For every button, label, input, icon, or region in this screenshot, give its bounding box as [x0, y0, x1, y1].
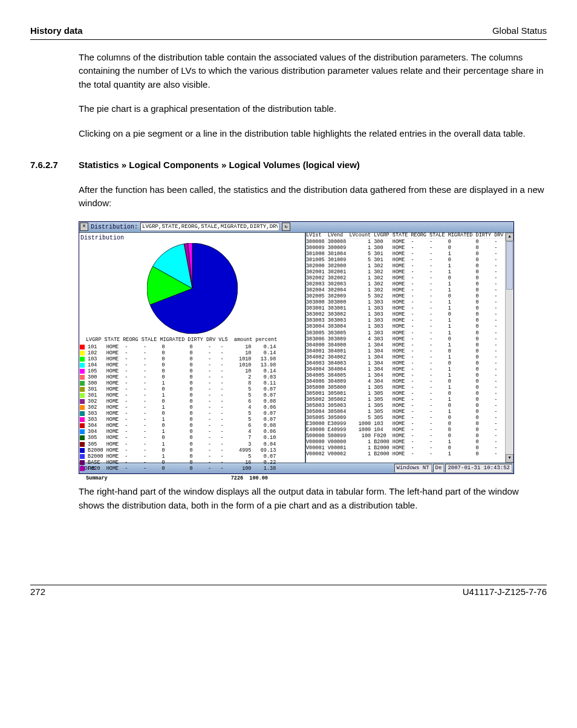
dist-row[interactable]: 303 HOME - - 0 0 - - 5 0.07 [80, 411, 305, 417]
data-table-body: 300008 300008 1 300 HOME - - 0 0 - -3000… [306, 239, 513, 457]
data-row[interactable]: 305002 305002 1 305 HOME - - 1 0 - - [306, 397, 513, 403]
color-swatch [80, 423, 85, 428]
scroll-thumb[interactable] [506, 241, 513, 290]
running-footer: 272 U41117-J-Z125-7-76 [30, 585, 547, 599]
data-row[interactable]: 304005 304005 1 304 HOME - - 1 0 - - [306, 372, 513, 379]
dist-row[interactable]: 304 HOME - - 1 0 - - 4 0.06 [80, 429, 305, 435]
data-row[interactable]: 302003 302003 1 302 HOME - - 1 0 - - [306, 281, 513, 287]
para-1: The columns of the distribution table co… [79, 51, 547, 92]
left-pane: Distribution LVGRP STATE REORG STALE MIG… [79, 233, 306, 463]
data-row[interactable]: 304002 304002 1 304 HOME - - 1 0 - - [306, 354, 513, 360]
data-row[interactable]: S00000 S00099 100 F020 HOME - - 0 0 - - [306, 433, 513, 439]
color-swatch [80, 387, 85, 392]
dist-row[interactable]: 302 HOME - - 0 0 - - 6 0.08 [80, 399, 305, 405]
data-row[interactable]: 301005 301009 5 301 HOME - - 0 0 - - [306, 257, 513, 263]
data-table-header: LV1st LVend LVcount LVGRP STATE REORG ST… [306, 233, 513, 239]
distribution-label: Distribution: [91, 223, 138, 232]
status-time: 2007-01-31 10:43:52 [445, 464, 512, 473]
toolbar: ✕ Distribution: ↻ [79, 222, 513, 233]
dist-row[interactable]: 103 HOME - - 0 0 - - 1010 13.98 [80, 357, 305, 363]
data-row[interactable]: 305005 305009 5 305 HOME - - 0 0 - - [306, 415, 513, 421]
data-row[interactable]: 305003 305003 1 305 HOME - - 0 0 - - [306, 403, 513, 409]
data-row[interactable]: 302000 302000 1 302 HOME - - 1 0 - - [306, 263, 513, 269]
dist-row[interactable]: 104 HOME - - 0 0 - - 1010 13.98 [80, 363, 305, 369]
data-row[interactable]: 303000 303000 1 303 HOME - - 1 0 - - [306, 299, 513, 305]
data-row[interactable]: 300009 300009 1 300 HOME - - 0 0 - - [306, 245, 513, 251]
color-swatch [80, 381, 85, 386]
header-left: History data [30, 24, 83, 38]
data-row[interactable]: 303002 303002 1 303 HOME - - 0 0 - - [306, 311, 513, 317]
scroll-up-icon[interactable]: ▲ [506, 233, 513, 241]
color-swatch [80, 393, 85, 398]
pie-chart[interactable] [79, 243, 305, 334]
dist-table-header: LVGRP STATE REORG STALE MIGRATED DIRTY D… [86, 336, 305, 344]
dist-row[interactable]: 305 HOME - - 0 0 - - 7 0.10 [80, 435, 305, 441]
color-swatch [80, 460, 85, 465]
color-swatch [80, 405, 85, 410]
color-swatch [80, 411, 85, 416]
dist-row[interactable]: 301 HOME - - 1 0 - - 5 0.07 [80, 393, 305, 399]
color-swatch [80, 345, 85, 349]
data-row[interactable]: E30000 E30999 1000 103 HOME - - 0 0 - - [306, 421, 513, 427]
summary-row: Summary 7226 100.00 [80, 475, 305, 483]
pane-title: Distribution [79, 233, 305, 243]
data-row[interactable]: 303004 303004 1 303 HOME - - 1 0 - - [306, 323, 513, 330]
dist-row[interactable]: 300 HOME - - 0 0 - - 2 0.03 [80, 375, 305, 381]
right-pane: LV1st LVend LVcount LVGRP STATE REORG ST… [306, 233, 513, 463]
data-row[interactable]: 305000 305000 1 305 HOME - - 1 0 - - [306, 385, 513, 391]
dist-row[interactable]: 105 HOME - - 0 0 - - 10 0.14 [80, 369, 305, 375]
data-row[interactable]: V00001 V00001 1 B2000 HOME - - 0 0 - - [306, 445, 513, 451]
data-row[interactable]: E40000 E40999 1000 104 HOME - - 0 0 - - [306, 427, 513, 433]
color-swatch [80, 435, 85, 440]
dist-row[interactable]: 300 HOME - - 1 0 - - 8 0.11 [80, 381, 305, 387]
scroll-down-icon[interactable]: ▼ [506, 454, 513, 463]
dist-row[interactable]: 302 HOME - - 1 0 - - 4 0.06 [80, 405, 305, 411]
data-row[interactable]: 303003 303003 1 303 HOME - - 1 0 - - [306, 317, 513, 323]
data-row[interactable]: 305001 305001 1 305 HOME - - 0 0 - - [306, 391, 513, 397]
dist-table-body: 101 HOME - - 0 0 - - 10 0.14 102 HOME - … [80, 345, 305, 472]
data-row[interactable]: 304004 304004 1 304 HOME - - 1 0 - - [306, 366, 513, 372]
color-swatch [80, 448, 85, 453]
status-locale: De [433, 464, 445, 473]
close-icon[interactable]: ✕ [80, 223, 88, 231]
color-swatch [80, 442, 85, 447]
dist-row[interactable]: 303 HOME - - 1 0 - - 5 0.07 [80, 417, 305, 423]
color-swatch [80, 351, 85, 356]
para-4: After the function has been called, the … [79, 183, 547, 210]
color-swatch [80, 399, 85, 404]
data-row[interactable]: 305004 305004 1 305 HOME - - 1 0 - - [306, 409, 513, 415]
dist-row[interactable]: 305 HOME - - 1 0 - - 3 0.04 [80, 442, 305, 448]
data-row[interactable]: 302002 302002 1 302 HOME - - 0 0 - - [306, 275, 513, 281]
doc-id: U41117-J-Z125-7-76 [463, 585, 547, 599]
color-swatch [80, 429, 85, 434]
dist-row[interactable]: 101 HOME - - 0 0 - - 10 0.14 [80, 345, 305, 351]
dist-row[interactable]: 102 HOME - - 0 0 - - 10 0.14 [80, 351, 305, 357]
distribution-input[interactable] [140, 223, 279, 231]
data-row[interactable]: 304001 304001 1 304 HOME - - 0 0 - - [306, 348, 513, 354]
data-row[interactable]: V00000 V00000 1 B2000 HOME - - 1 0 - - [306, 439, 513, 445]
data-row[interactable]: 304003 304003 1 304 HOME - - 0 0 - - [306, 360, 513, 366]
data-row[interactable]: 304006 304009 4 304 HOME - - 0 0 - - [306, 379, 513, 385]
color-swatch [80, 357, 85, 362]
data-row[interactable]: 302001 302001 1 302 HOME - - 1 0 - - [306, 269, 513, 275]
dist-row[interactable]: F020 HOME - - 0 0 - - 100 1.38 [80, 466, 305, 472]
dist-row[interactable]: 304 HOME - - 0 0 - - 6 0.08 [80, 423, 305, 429]
data-row[interactable]: 303001 303001 1 303 HOME - - 1 0 - - [306, 305, 513, 311]
refresh-icon[interactable]: ↻ [282, 223, 290, 231]
section-number: 7.6.2.7 [30, 158, 79, 172]
header-right: Global Status [492, 24, 547, 38]
data-row[interactable]: 301000 301004 5 301 HOME - - 1 0 - - [306, 251, 513, 257]
color-swatch [80, 375, 85, 380]
dist-row[interactable]: 301 HOME - - 0 0 - - 5 0.07 [80, 387, 305, 393]
status-os: Windows NT [394, 464, 432, 473]
data-row[interactable]: 303006 303009 4 303 HOME - - 0 0 - - [306, 336, 513, 342]
scrollbar[interactable]: ▲ ▼ [505, 233, 513, 463]
data-row[interactable]: 303005 303005 1 303 HOME - - 1 0 - - [306, 330, 513, 336]
data-row[interactable]: 302004 302004 1 302 HOME - - 1 0 - - [306, 287, 513, 293]
para-5: The right-hand part of the window displa… [79, 485, 547, 512]
data-row[interactable]: 304000 304000 1 304 HOME - - 1 0 - - [306, 342, 513, 348]
data-row[interactable]: V00002 V00002 1 B2000 HOME - - 1 0 - - [306, 451, 513, 457]
data-row[interactable]: 302005 302009 5 302 HOME - - 0 0 - - [306, 293, 513, 299]
data-row[interactable]: 300008 300008 1 300 HOME - - 0 0 - - [306, 239, 513, 245]
color-swatch [80, 466, 85, 471]
